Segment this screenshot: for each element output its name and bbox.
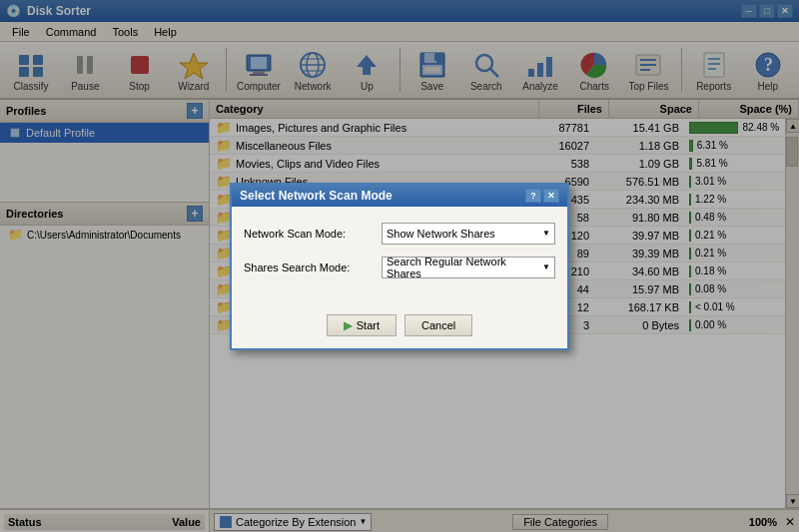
shares-search-mode-row: Shares Search Mode: Search Regular Netwo… bbox=[244, 257, 555, 278]
dialog-start-button[interactable]: ▶ Start bbox=[327, 314, 397, 336]
dialog-overlay: Select Network Scan Mode ? ✕ Network Sca… bbox=[0, 0, 799, 532]
start-icon: ▶ bbox=[344, 318, 353, 332]
shares-search-mode-label: Shares Search Mode: bbox=[244, 262, 374, 273]
dialog-cancel-button[interactable]: Cancel bbox=[404, 314, 472, 336]
shares-search-mode-value: Search Regular Network Shares bbox=[387, 256, 542, 279]
network-scan-dialog: Select Network Scan Mode ? ✕ Network Sca… bbox=[230, 183, 569, 350]
dialog-controls: ? ✕ bbox=[525, 189, 559, 203]
shares-search-mode-arrow: ▼ bbox=[542, 263, 550, 271]
shares-search-mode-select[interactable]: Search Regular Network Shares ▼ bbox=[382, 257, 555, 278]
network-scan-mode-value: Show Network Shares bbox=[387, 228, 495, 240]
network-scan-mode-row: Network Scan Mode: Show Network Shares ▼ bbox=[244, 223, 555, 245]
network-scan-mode-select[interactable]: Show Network Shares ▼ bbox=[382, 223, 555, 245]
start-btn-label: Start bbox=[357, 319, 380, 331]
dialog-body: Network Scan Mode: Show Network Shares ▼… bbox=[232, 207, 567, 306]
network-scan-mode-arrow: ▼ bbox=[542, 229, 550, 238]
network-scan-mode-label: Network Scan Mode: bbox=[244, 228, 374, 240]
dialog-help-button[interactable]: ? bbox=[525, 189, 541, 203]
dialog-close-button[interactable]: ✕ bbox=[543, 189, 559, 203]
dialog-title-text: Select Network Scan Mode bbox=[240, 189, 393, 203]
cancel-btn-label: Cancel bbox=[421, 319, 455, 331]
dialog-footer: ▶ Start Cancel bbox=[232, 306, 567, 348]
dialog-title-bar: Select Network Scan Mode ? ✕ bbox=[232, 185, 567, 207]
